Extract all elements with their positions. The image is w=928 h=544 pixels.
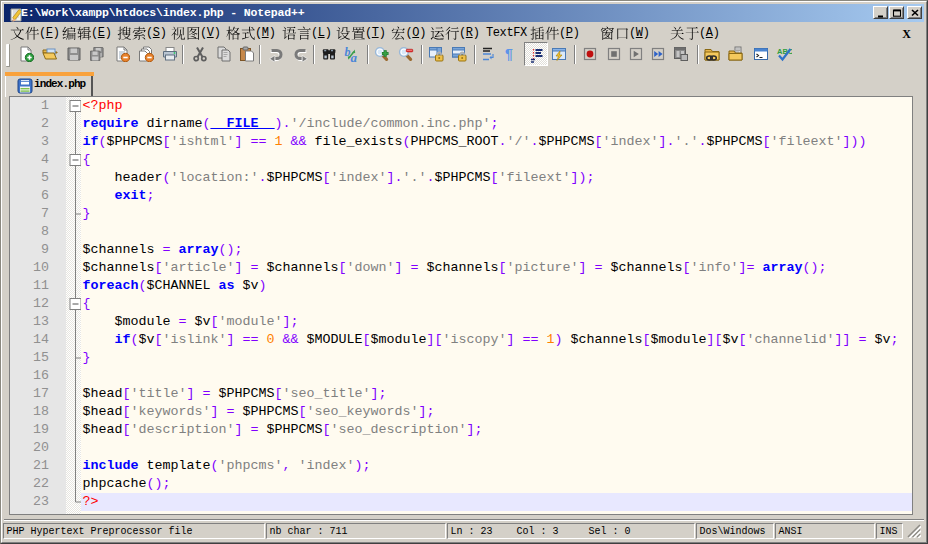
svg-text:¶: ¶ [505,46,513,62]
